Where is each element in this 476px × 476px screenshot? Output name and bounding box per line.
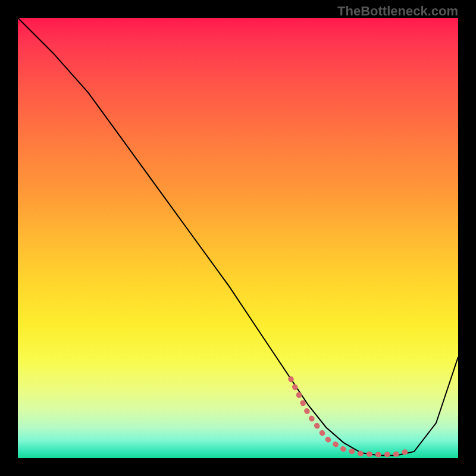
watermark-text: TheBottleneck.com [337, 4, 458, 19]
optimal-zone-dotted [291, 379, 405, 455]
bottleneck-curve [18, 18, 458, 456]
chart-svg [18, 18, 458, 458]
plot-area [18, 18, 458, 458]
